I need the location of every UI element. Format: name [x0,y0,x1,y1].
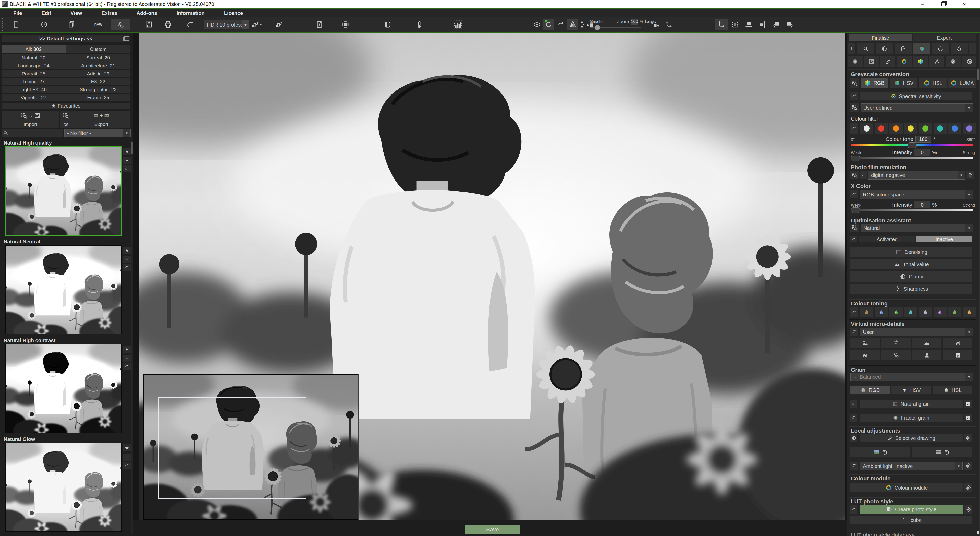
aperture-tool-button[interactable] [962,56,977,67]
export-cube-button[interactable]: .cube [850,516,972,524]
colour-tool-button[interactable] [913,43,930,54]
fractal-grain-dice-button[interactable] [964,414,972,422]
tone-value-input[interactable]: 180 [915,136,931,143]
filter-dot-yellow[interactable] [904,123,918,134]
film-tool-button[interactable] [894,43,912,54]
toning-cyan-button[interactable] [904,307,918,317]
selection-button[interactable] [729,19,741,30]
micro-dropdown[interactable]: User ▼ [860,328,973,336]
preset-engine-dropdown[interactable]: HDR 10 professional ▼ [204,20,249,29]
preset-filter-dropdown[interactable]: - No filter - ▼ [64,129,130,137]
border-frame-button[interactable] [339,19,351,30]
filter-dot-white[interactable] [860,123,873,134]
exposure-check-button[interactable] [414,19,425,30]
export-button-side[interactable]: Export [73,121,130,128]
assistant-browser-button[interactable] [850,224,859,231]
reload-bw-image-button[interactable] [912,447,972,457]
rotate-canvas-button[interactable] [663,19,674,30]
post-processing-button[interactable] [110,19,130,30]
print-button[interactable] [162,19,174,30]
selective-open-button[interactable] [964,434,972,442]
category-portrait[interactable]: Portrait: 25 [2,70,65,77]
export-icon-button[interactable]: + [73,111,130,121]
menu-view[interactable]: View [70,10,82,16]
add-preset-button[interactable]: + [123,355,130,362]
crop-rotate-button[interactable] [714,19,728,30]
history-button[interactable] [38,19,50,30]
restore-button[interactable] [940,1,947,7]
colour-module-open-button[interactable] [964,483,972,492]
spectral-reset-button[interactable] [850,93,858,100]
optimisation-tool-button[interactable] [932,43,949,54]
grain-mode-rgb[interactable]: RGB [850,386,890,394]
reapply-preset-button[interactable] [123,363,130,370]
image-canvas[interactable]: Save [133,34,847,536]
reapply-preset-button[interactable] [123,462,130,469]
at-button[interactable]: @ [60,121,72,128]
add-preset-button[interactable]: + [123,453,130,461]
greyscale-mode-rgb[interactable]: RGB [861,78,888,88]
preset-thumbnail-natural-glow[interactable] [5,443,122,532]
new-image-button[interactable] [10,19,22,30]
toning-green-button[interactable] [889,307,903,317]
toning-purple-button[interactable] [934,307,947,317]
menu-information[interactable]: Information [177,10,205,16]
tonal-value-button[interactable]: Tonal value [850,259,972,270]
menu-addons[interactable]: Add-ons [137,10,157,16]
category-frame[interactable]: Frame: 25 [66,94,130,101]
category-surreal[interactable]: Surreal: 20 [66,54,130,62]
navigator-view-rect[interactable] [158,397,306,499]
workflow-button[interactable]: ▼ [251,19,262,30]
filter-dot-green[interactable] [919,123,932,134]
assistant-dropdown[interactable]: Natural ▼ [861,224,973,232]
filter-dot-red[interactable] [875,123,888,134]
zoom-value-input[interactable]: 160 [631,19,638,25]
natural-grain-button[interactable]: Natural grain [859,400,963,408]
assistant-reset-button[interactable] [850,236,858,242]
toning-blue-button[interactable] [875,307,888,317]
colour-tone-slider[interactable] [851,144,973,146]
micro-mountain-button[interactable] [912,338,942,348]
split-view-button[interactable] [579,19,587,30]
grain-mode-hsl[interactable]: HSL [933,386,972,394]
menu-file[interactable]: File [13,10,22,16]
favourite-star-button[interactable]: ★ [123,444,130,451]
xcolor-dropdown[interactable]: RGB colour space ▼ [860,190,973,199]
method-browser-button[interactable] [850,104,859,112]
save-button[interactable]: Save [465,525,520,534]
zoom-in-fit-button[interactable] [651,19,660,30]
ambient-reset-button[interactable] [850,462,858,470]
import-button[interactable]: Import [2,121,59,128]
save-image-button[interactable] [143,19,155,30]
minimize-button[interactable]: – [919,1,926,7]
histogram-button[interactable] [449,19,467,30]
micro-flower-button[interactable] [881,338,911,348]
original-compare-button[interactable] [531,19,542,30]
add-section-button[interactable]: + [848,43,856,54]
lut-reset-button[interactable] [850,504,858,514]
default-settings-header[interactable]: >> Default settings << [2,35,130,41]
import-icon-button[interactable]: → [2,111,59,121]
toning-reset-button[interactable] [850,307,858,317]
toning-moss-button[interactable] [948,307,961,317]
natural-grain-dice-button[interactable] [964,400,972,408]
fractal-grain-button[interactable]: Fractal grain [859,414,963,422]
add-preset-button[interactable]: + [123,157,130,164]
clarity-button[interactable]: Clarity [850,271,972,282]
category-vignette[interactable]: Vignette: 27 [2,94,65,101]
micro-portrait-button[interactable] [912,350,942,360]
menu-edit[interactable]: Edit [41,10,51,16]
tab-finalise[interactable]: Finalise [849,34,912,41]
film-export-button[interactable] [966,171,974,179]
film-browser-button[interactable] [850,171,859,179]
intensity-slider-thumb[interactable] [851,156,860,161]
natural-grain-reset-button[interactable] [850,400,858,408]
category-artistic[interactable]: Artistic: 29 [66,70,130,77]
category-toning[interactable]: Toning: 27 [2,78,65,85]
colour-module-button[interactable]: Colour module [850,483,963,492]
toning-silver-button[interactable] [919,307,932,317]
favourite-star-button[interactable]: ★ [123,148,130,155]
intensity-value-input[interactable]: 0 [914,149,930,156]
grain-mode-hsv[interactable]: HSV [891,386,931,394]
rotate-left-button[interactable] [771,19,782,30]
